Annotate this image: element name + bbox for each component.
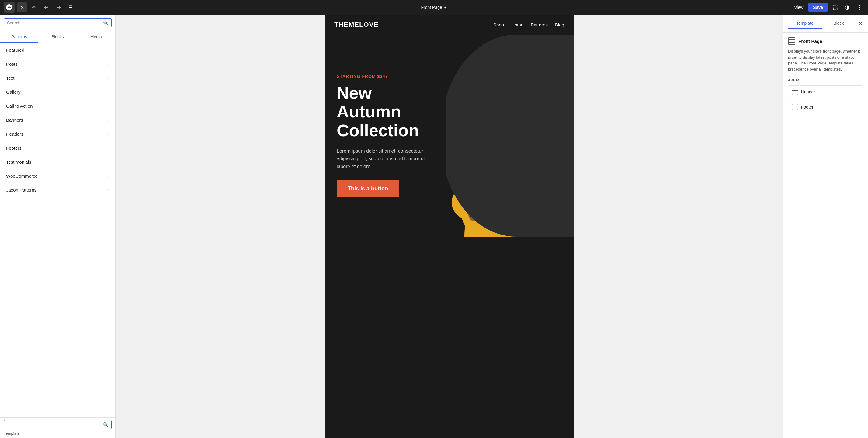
rs-template-name: Front Page — [798, 39, 822, 44]
pattern-item-call-to-action[interactable]: Call to Action › — [0, 99, 115, 113]
pattern-item-headers[interactable]: Headers › — [0, 127, 115, 141]
pattern-item-testimonials[interactable]: Testimonials › — [0, 155, 115, 169]
chevron-right-icon: › — [108, 160, 109, 164]
bottom-search-icon: 🔍 — [103, 422, 108, 427]
pattern-label-headers: Headers — [6, 131, 23, 136]
chevron-right-icon: › — [108, 118, 109, 123]
sidebar-tabs: Patterns Blocks Media — [0, 31, 115, 43]
pattern-label-featured: Featured — [6, 48, 24, 53]
hero-eyebrow: STARTING FROM $347 — [337, 74, 434, 79]
rs-tab-template[interactable]: Template — [788, 18, 822, 29]
rs-close-button[interactable]: ✕ — [858, 20, 863, 27]
rs-area-header[interactable]: Header — [788, 86, 863, 98]
rs-content: Front Page Displays your site's front pa… — [783, 33, 868, 121]
hero-content: STARTING FROM $347 New Autumn Collection… — [324, 35, 446, 237]
sidebar-bottom: 🔍 Template — [0, 417, 115, 438]
hero-title: New Autumn Collection — [337, 84, 434, 140]
bottom-search-input[interactable] — [7, 422, 101, 427]
pattern-item-footers[interactable]: Footers › — [0, 141, 115, 155]
site-header: THEMELOVE Shop Home Patterns Blog — [324, 14, 574, 35]
rs-template-description: Displays your site's front page, whether… — [788, 49, 863, 72]
top-bar-center: Front Page ▾ — [78, 5, 789, 10]
more-options-button[interactable]: ⋮ — [855, 2, 864, 12]
rs-template-title: Front Page — [788, 37, 863, 45]
rs-tab-block[interactable]: Block — [822, 18, 856, 29]
redo-button[interactable]: ↪ — [54, 2, 63, 12]
pattern-label-jaxon: Jaxon Patterns — [6, 187, 36, 192]
bottom-label: Template — [4, 431, 112, 436]
hero-button[interactable]: This is a button — [337, 180, 399, 197]
right-sidebar: Template Block ✕ Front Page Displays you… — [783, 14, 868, 438]
nav-shop[interactable]: Shop — [493, 22, 504, 27]
canvas-area: THEMELOVE Shop Home Patterns Blog STARTI… — [116, 14, 783, 438]
tab-patterns[interactable]: Patterns — [0, 31, 38, 43]
nav-blog[interactable]: Blog — [555, 22, 564, 27]
rs-areas-label: AREAS — [788, 78, 863, 82]
hero-image-area — [446, 35, 574, 237]
pattern-label-text: Text — [6, 75, 14, 81]
area-label-footer: Footer — [801, 105, 813, 110]
pattern-item-banners[interactable]: Banners › — [0, 113, 115, 127]
chevron-right-icon: › — [108, 76, 109, 81]
view-button[interactable]: View — [792, 5, 806, 10]
close-button[interactable]: ✕ — [17, 2, 27, 12]
area-label-header: Header — [801, 89, 815, 94]
rs-tabs: Template Block — [788, 18, 856, 29]
pattern-label-gallery: Gallery — [6, 89, 21, 95]
pattern-label-testimonials: Testimonials — [6, 159, 31, 164]
nav-patterns[interactable]: Patterns — [531, 22, 548, 27]
main-layout: 🔍 Patterns Blocks Media Featured › Posts… — [0, 14, 868, 438]
pattern-item-gallery[interactable]: Gallery › — [0, 85, 115, 99]
list-view-button[interactable]: ☰ — [66, 2, 75, 12]
pattern-list: Featured › Posts › Text › Gallery › Call… — [0, 43, 115, 417]
search-icon: 🔍 — [103, 20, 108, 25]
pattern-label-woocommerce: WooCommerce — [6, 174, 38, 179]
footer-area-icon — [792, 104, 798, 110]
pattern-label-footers: Footers — [6, 146, 22, 151]
undo-button[interactable]: ↩ — [41, 2, 51, 12]
top-bar-right: View Save ⬚ ◑ ⋮ — [792, 2, 864, 12]
save-button[interactable]: Save — [808, 3, 828, 11]
template-icon — [788, 37, 795, 45]
pattern-item-woocommerce[interactable]: WooCommerce › — [0, 169, 115, 183]
rs-header: Template Block ✕ — [783, 14, 868, 33]
chevron-right-icon: › — [108, 132, 109, 136]
hero-description: Lorem ipsum dolor sit amet, consectetur … — [337, 147, 434, 170]
canvas-frame: THEMELOVE Shop Home Patterns Blog STARTI… — [324, 14, 574, 438]
rs-area-footer[interactable]: Footer — [788, 101, 863, 114]
contrast-button[interactable]: ◑ — [842, 2, 852, 12]
chevron-right-icon: › — [108, 48, 109, 53]
chevron-right-icon: › — [108, 174, 109, 179]
page-title-chevron: ▾ — [444, 5, 446, 10]
page-title-button[interactable]: Front Page ▾ — [421, 5, 446, 10]
pattern-item-jaxon-patterns[interactable]: Jaxon Patterns › — [0, 183, 115, 197]
pattern-label-banners: Banners — [6, 117, 23, 123]
search-box: 🔍 — [0, 14, 115, 31]
pattern-item-text[interactable]: Text › — [0, 71, 115, 85]
pattern-item-featured[interactable]: Featured › — [0, 43, 115, 57]
search-input-wrap: 🔍 — [4, 18, 112, 27]
left-sidebar: 🔍 Patterns Blocks Media Featured › Posts… — [0, 14, 116, 438]
chevron-right-icon: › — [108, 104, 109, 108]
pattern-label-posts: Posts — [6, 61, 18, 67]
search-input[interactable] — [7, 20, 101, 25]
site-logo: THEMELOVE — [334, 21, 379, 29]
hero-section: STARTING FROM $347 New Autumn Collection… — [324, 35, 574, 237]
nav-home[interactable]: Home — [511, 22, 523, 27]
tab-blocks[interactable]: Blocks — [38, 31, 76, 43]
chevron-right-icon: › — [108, 90, 109, 95]
chevron-right-icon: › — [108, 62, 109, 67]
chevron-right-icon: › — [108, 146, 109, 151]
wp-logo — [4, 2, 14, 13]
wp-logo-icon — [5, 4, 13, 11]
pattern-label-cta: Call to Action — [6, 103, 33, 108]
layout-button[interactable]: ⬚ — [830, 2, 840, 12]
site-nav: Shop Home Patterns Blog — [493, 22, 564, 27]
pattern-item-posts[interactable]: Posts › — [0, 57, 115, 71]
tab-media[interactable]: Media — [77, 31, 115, 43]
hero-bg-circle — [446, 35, 574, 237]
bottom-search-wrap: 🔍 — [4, 420, 112, 429]
top-bar: ✕ ✏ ↩ ↪ ☰ Front Page ▾ View Save ⬚ ◑ ⋮ — [0, 0, 868, 14]
edit-button[interactable]: ✏ — [29, 2, 39, 12]
header-area-icon — [792, 89, 798, 95]
